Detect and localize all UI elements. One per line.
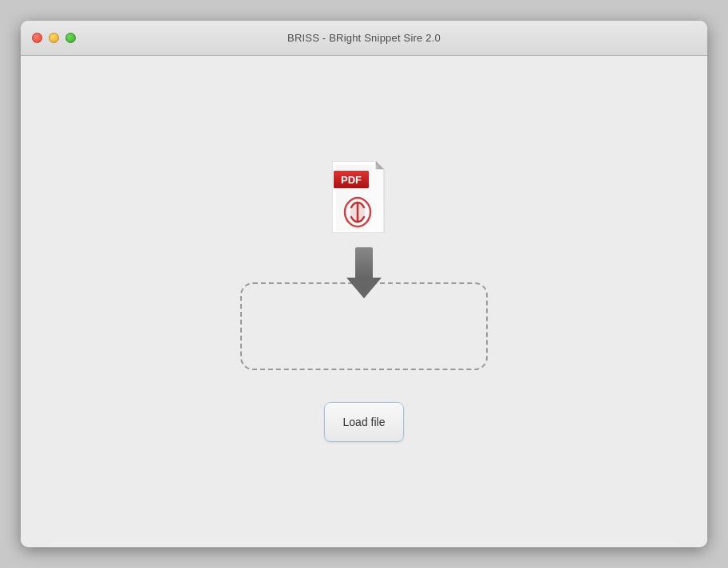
load-file-button[interactable]: Load file: [324, 402, 404, 442]
window-controls: [32, 33, 76, 43]
svg-text:PDF: PDF: [341, 174, 362, 186]
pdf-icon: PDF: [332, 161, 396, 236]
app-window: BRISS - BRight Snippet Sire 2.0: [21, 21, 707, 547]
window-title: BRISS - BRight Snippet Sire 2.0: [287, 32, 441, 44]
maximize-button[interactable]: [65, 33, 76, 43]
main-content: PDF: [21, 56, 707, 547]
pdf-drop-area: PDF: [240, 161, 488, 402]
minimize-button[interactable]: [49, 33, 59, 43]
drop-arrow: [346, 247, 382, 298]
titlebar: BRISS - BRight Snippet Sire 2.0: [21, 21, 707, 56]
close-button[interactable]: [32, 33, 42, 43]
